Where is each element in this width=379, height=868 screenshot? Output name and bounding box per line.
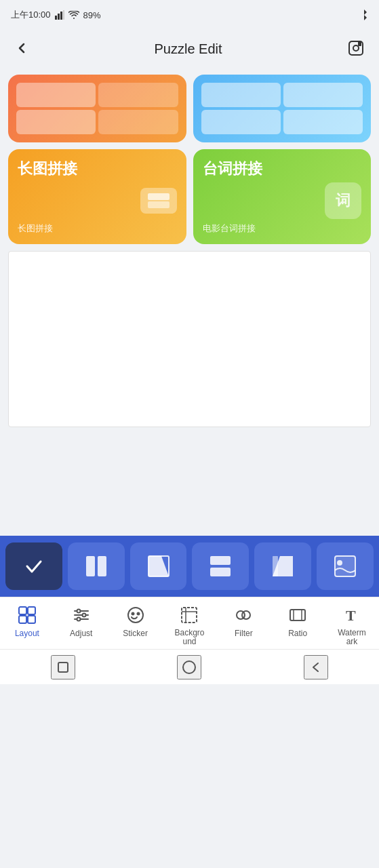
sticker-icon xyxy=(125,604,146,626)
svg-point-29 xyxy=(128,608,143,623)
svg-rect-20 xyxy=(28,607,35,614)
signal-icon xyxy=(55,10,64,20)
svg-rect-19 xyxy=(19,607,26,614)
toolbar-item-ratio[interactable]: Ratio xyxy=(279,604,317,638)
adjust-icon xyxy=(71,604,92,626)
svg-rect-1 xyxy=(58,14,60,20)
filter-icon xyxy=(233,604,254,626)
watermark-icon: T xyxy=(341,604,363,626)
card-inner-grid-blue xyxy=(193,75,372,142)
status-left: 上午10:00 89% xyxy=(11,9,101,21)
svg-point-27 xyxy=(82,614,85,617)
toolbar-watermark-label: Watermark xyxy=(338,629,366,646)
card-long-photo[interactable]: 长图拼接 长图拼接 xyxy=(8,149,186,244)
svg-point-18 xyxy=(337,560,342,566)
grid-cell-b4 xyxy=(283,110,363,134)
svg-point-31 xyxy=(137,613,139,615)
layout-strip xyxy=(0,536,379,597)
svg-rect-3 xyxy=(63,10,64,20)
main-content: 长图拼接 长图拼接 台词拼接 词 电影台词拼接 xyxy=(0,68,379,441)
grid-cell-1 xyxy=(16,83,96,107)
svg-rect-9 xyxy=(86,556,95,576)
toolbar-filter-label: Filter xyxy=(235,629,253,638)
card-script-icon-box: 词 xyxy=(325,182,361,219)
card-long-subtitle: 长图拼接 xyxy=(18,222,177,235)
header: Puzzle Edit xyxy=(0,30,379,68)
grid-cell-b3 xyxy=(201,110,281,134)
toolbar-layout-label: Layout xyxy=(15,629,39,638)
layout-btn-perspective[interactable] xyxy=(254,542,311,590)
toolbar-item-sticker[interactable]: Sticker xyxy=(117,604,155,638)
toolbar-item-watermark[interactable]: T Watermark xyxy=(333,604,371,646)
nav-back-button[interactable] xyxy=(177,655,201,679)
svg-marker-12 xyxy=(148,556,169,576)
grid-cell-2 xyxy=(98,83,178,107)
svg-point-26 xyxy=(77,610,80,613)
card-long-icon-box xyxy=(140,188,177,214)
svg-rect-6 xyxy=(358,41,361,46)
svg-rect-14 xyxy=(210,568,231,576)
layout-btn-diagonal[interactable] xyxy=(130,542,187,590)
toolbar-adjust-label: Adjust xyxy=(70,629,92,638)
card-script-title: 台词拼接 xyxy=(203,159,362,179)
back-button[interactable] xyxy=(11,37,33,61)
svg-rect-41 xyxy=(58,663,68,672)
layout-btn-check[interactable] xyxy=(5,542,62,590)
toolbar-item-filter[interactable]: Filter xyxy=(224,604,262,638)
svg-rect-16 xyxy=(273,556,278,576)
svg-point-36 xyxy=(242,611,250,619)
toolbar-ratio-label: Ratio xyxy=(288,629,307,638)
svg-rect-22 xyxy=(28,616,35,623)
svg-text:T: T xyxy=(346,607,356,624)
card-long-icon-area xyxy=(18,188,177,214)
puzzle-grid-top xyxy=(8,75,371,142)
card-inner-grid-orange xyxy=(8,75,186,142)
grid-cell-b2 xyxy=(283,83,363,107)
svg-rect-13 xyxy=(210,556,231,565)
layout-btn-horizontal[interactable] xyxy=(192,542,249,590)
nav-recent-button[interactable] xyxy=(304,655,328,679)
svg-point-5 xyxy=(353,45,359,51)
svg-rect-8 xyxy=(148,201,169,208)
layout-icon xyxy=(16,604,38,626)
svg-rect-37 xyxy=(290,610,305,620)
wifi-icon xyxy=(68,11,79,19)
toolbar-item-adjust[interactable]: Adjust xyxy=(62,604,100,638)
svg-rect-0 xyxy=(55,16,57,20)
svg-rect-2 xyxy=(60,12,62,20)
svg-point-30 xyxy=(132,613,134,615)
toolbar-item-background[interactable]: Background xyxy=(170,604,208,646)
toolbar-sticker-label: Sticker xyxy=(123,629,148,638)
toolbar-background-label: Background xyxy=(174,629,204,646)
svg-rect-21 xyxy=(19,616,26,623)
nav-home-button[interactable] xyxy=(51,655,75,679)
card-script-icon-area: 词 xyxy=(203,182,362,219)
puzzle-grid-bottom: 长图拼接 长图拼接 台词拼接 词 电影台词拼接 xyxy=(8,149,371,244)
card-script-subtitle: 电影台词拼接 xyxy=(203,222,362,235)
toolbar-item-layout[interactable]: Layout xyxy=(8,604,46,638)
svg-rect-17 xyxy=(335,556,355,576)
grid-cell-b1 xyxy=(201,83,281,107)
card-script-icon-text: 词 xyxy=(336,191,351,211)
svg-point-42 xyxy=(183,661,195,673)
card-script[interactable]: 台词拼接 词 电影台词拼接 xyxy=(193,149,372,244)
nav-bar xyxy=(0,649,379,684)
svg-rect-7 xyxy=(148,193,169,200)
status-right xyxy=(360,9,368,20)
save-button[interactable] xyxy=(344,36,368,62)
spacer xyxy=(0,441,379,536)
page-title: Puzzle Edit xyxy=(154,41,222,57)
svg-rect-32 xyxy=(182,608,197,623)
background-icon xyxy=(178,604,200,626)
battery-percent: 89% xyxy=(83,10,101,20)
puzzle-card-orange-top[interactable] xyxy=(8,75,186,142)
bottom-toolbar: Layout Adjust Sticker xyxy=(0,597,379,649)
ratio-icon xyxy=(287,604,308,626)
status-bar: 上午10:00 89% xyxy=(0,0,379,30)
layout-btn-two-col[interactable] xyxy=(68,542,125,590)
svg-rect-10 xyxy=(98,556,106,576)
status-time: 上午10:00 xyxy=(11,9,51,21)
puzzle-card-blue-top[interactable] xyxy=(193,75,372,142)
grid-cell-3 xyxy=(16,110,96,134)
layout-btn-wave[interactable] xyxy=(317,542,374,590)
